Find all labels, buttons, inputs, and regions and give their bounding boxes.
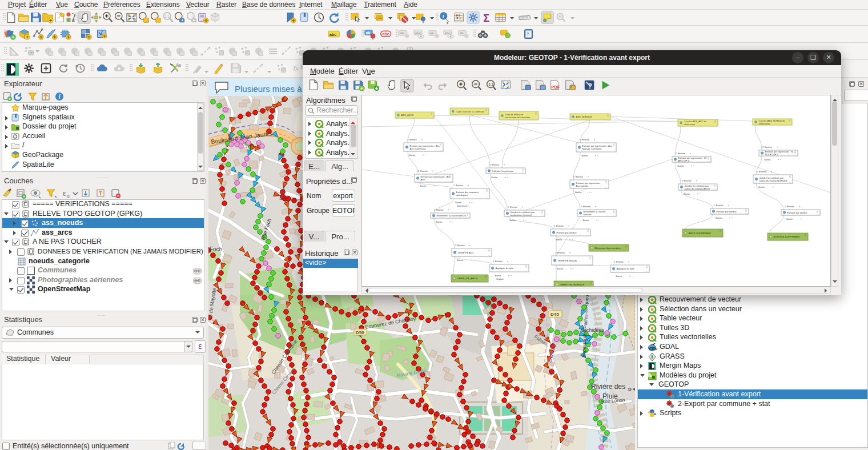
svg-text:?: ? [527,32,529,36]
svg-text:...: ... [605,186,607,188]
svg-text:1:1: 1:1 [488,82,493,86]
svg-text:VERIF PB Noeuds: VERIF PB Noeuds [558,259,577,262]
svg-text:Sortie: Sortie [509,219,516,222]
svg-text:...: ... [708,159,709,162]
svg-text:Ass noeuds: Ass noeuds [576,184,588,187]
svg-text:NOEUDS SUPPRIMES: NOEUDS SUPPRIMES [774,235,800,238]
svg-text:Entrée: Entrée [684,179,692,182]
svg-text:Sortie: Sortie [716,216,722,219]
svg-text:Extraire par attribut: Extraire par attribut [557,231,577,234]
svg-text:...: ... [646,270,648,272]
svg-text:spécifiques: spécifiques [456,194,468,196]
svg-text:Foch: Foch [210,246,222,252]
svg-text:Entrée: Entrée [765,146,772,148]
svg-text:i: i [443,13,444,19]
svg-text:VERIF_PB_NOEUDS: VERIF_PB_NOEUDS [560,283,585,286]
svg-text:Sortie: Sortie [575,191,582,194]
svg-text:Sortie: Sortie [409,154,416,156]
svg-text:Sortie: Sortie [557,267,564,270]
svg-text:...: ... [522,171,524,174]
svg-text:Entrée: Entrée [583,205,590,208]
svg-text:Sommets*: Sommets* [457,204,469,207]
svg-text:Entrée: Entrée [787,205,794,208]
svg-text:abc: abc [445,31,451,35]
svg-text:Entrée: Entrée [436,208,444,211]
svg-text:ab: ab [400,31,404,35]
svg-text:Extraire par attribut: Extraire par attribut [787,211,808,214]
svg-text:VERIF PB Arcs: VERIF PB Arcs [458,251,474,254]
svg-text:Arcs Commune: Arcs Commune [410,147,427,150]
svg-text:ASS_ARCS: ASS_ARCS [401,114,414,116]
svg-text:Appliquer le style: Appliquer le style [617,267,635,270]
svg-text:α: α [67,194,70,199]
svg-text:Renommer la couche ARCS: Renommer la couche ARCS [437,214,466,217]
svg-text:abc: abc [415,31,421,35]
svg-text:Sortie: Sortie [758,186,765,188]
svg-text:Arcs: Arcs [421,178,425,181]
svg-text:...: ... [613,214,614,216]
svg-text:VERIF_PB_ARCS: VERIF_PB_ARCS [457,277,478,280]
svg-text:Code insee de la commune: Code insee de la commune [456,110,485,113]
svg-text:...: ... [745,211,747,214]
svg-text:Entrée: Entrée [456,184,463,187]
svg-text:D50: D50 [356,330,364,335]
svg-text:...: ... [794,153,796,156]
svg-text:...: ... [789,180,791,183]
svg-text:Entrée: Entrée [510,206,517,208]
svg-text:Sortie: Sortie [420,184,427,187]
svg-text:...: ... [525,269,527,272]
svg-text:Mauvaise direction Arcs: Mauvaise direction Arcs [595,247,622,250]
svg-text:Entrée: Entrée [716,204,724,207]
svg-text:...: ... [613,149,614,152]
svg-text:...: ... [587,233,589,236]
svg-text:ASS_NOEUDS: ASS_NOEUDS [576,115,592,118]
svg-text:abc: abc [329,32,337,37]
svg-text:Entrée: Entrée [678,152,685,155]
svg-text:ab: ab [366,31,371,35]
svg-text:ARC DIF 0: ARC DIF 0 [678,159,690,162]
svg-text:Entrée: Entrée [495,260,503,263]
svg-text:vérification: vérification [759,122,770,125]
svg-text:valeur de champ NOEUDS: valeur de champ NOEUDS [760,179,787,182]
svg-text:Σ: Σ [484,13,490,24]
svg-text:Sortie: Sortie [786,218,793,220]
svg-text:Stylisé: Stylisé [496,278,504,280]
svg-text:Entrée: Entrée [420,170,428,172]
svg-text:Entrée: Entrée [576,175,583,178]
svg-text:Entrée: Entrée [409,138,417,141]
svg-text:...: ... [486,196,488,199]
svg-text:Orchidées: Orchidées [581,327,605,333]
svg-text:Appliquer le style: Appliquer le style [496,267,514,270]
svg-text:...: ... [817,212,818,215]
svg-text:...: ... [488,254,490,256]
svg-text:Calculer l'expression: Calculer l'expression [492,170,514,172]
svg-text:fx: fx [294,65,299,72]
svg-text:valeur de champs ARCS: valeur de champs ARCS [685,187,710,190]
svg-text:Sortie: Sortie [616,275,622,278]
svg-text:Sortie: Sortie [581,154,588,157]
svg-text:Sortie: Sortie [556,238,562,241]
svg-text:Noeuds Commune: Noeuds Commune [582,147,602,150]
svg-text:vérification: vérification [684,123,696,126]
svg-text:Entrée: Entrée [457,244,465,247]
svg-text:localisation (résumé): localisation (résumé) [511,214,532,216]
svg-text:Sortie: Sortie [684,192,690,195]
svg-text:PDF: PDF [552,85,560,90]
svg-text:Rivière des: Rivière des [591,383,625,391]
svg-text:Noeuds: Noeuds [584,213,592,216]
svg-text:a: a [72,18,75,23]
svg-text:...: ... [589,262,591,265]
svg-text:GDAL: GDAL [649,347,657,351]
svg-text:...: ... [467,215,468,218]
svg-text:Sortie: Sortie [582,219,589,222]
svg-text:Entrée: Entrée [557,251,565,254]
svg-text:Sortie: Sortie [455,201,462,204]
svg-text:D 4: D 4 [628,387,635,392]
svg-text:Entrée: Entrée [492,163,499,166]
svg-text:Sortie: Sortie [436,220,443,223]
svg-text:1:1: 1:1 [165,15,170,18]
svg-text:Sortie: Sortie [677,164,684,167]
svg-text:Sortie: Sortie [495,274,501,277]
svg-text:Sortie: Sortie [457,259,464,262]
svg-text:Sortie: Sortie [491,176,498,179]
